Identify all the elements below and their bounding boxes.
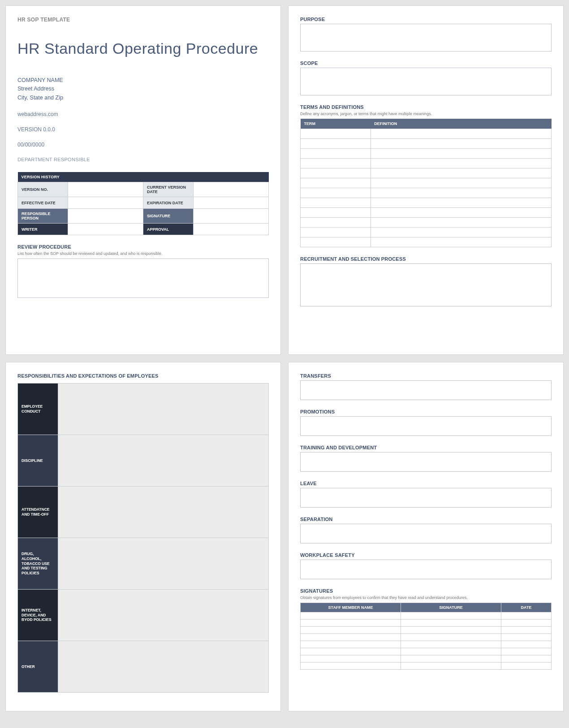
vh-value[interactable]: [194, 182, 269, 197]
vh-label: APPROVAL: [143, 224, 194, 235]
sig-signature-cell[interactable]: [401, 663, 501, 670]
term-cell[interactable]: [301, 208, 371, 218]
sig-signature-cell[interactable]: [401, 612, 501, 620]
table-row: [301, 218, 552, 228]
review-sub: List how often the SOP should be reviewe…: [17, 251, 269, 256]
page-2: PURPOSE SCOPE TERMS AND DEFINITIONS Defi…: [288, 5, 564, 355]
sig-name-cell[interactable]: [301, 612, 401, 620]
vh-label: EXPIRATION DATE: [143, 197, 194, 209]
sig-signature-cell[interactable]: [401, 620, 501, 627]
term-cell[interactable]: [301, 168, 371, 178]
table-row: [301, 634, 552, 641]
transfers-box[interactable]: [300, 380, 552, 400]
scope-box[interactable]: [300, 68, 552, 95]
signatures-title: SIGNATURES: [300, 588, 552, 594]
definition-cell[interactable]: [371, 208, 551, 218]
table-row: [301, 237, 552, 247]
vh-value[interactable]: [194, 224, 269, 235]
sig-date-cell[interactable]: [501, 641, 552, 648]
sig-name-cell[interactable]: [301, 663, 401, 670]
vh-value[interactable]: [194, 209, 269, 224]
sig-date-cell[interactable]: [501, 612, 552, 620]
safety-box[interactable]: [300, 560, 552, 579]
sig-signature-cell[interactable]: [401, 655, 501, 663]
page-1: HR SOP TEMPLATE HR Standard Operating Pr…: [5, 5, 281, 355]
sig-date-cell[interactable]: [501, 663, 552, 670]
document-title: HR Standard Operating Procedure: [17, 40, 269, 57]
page-3: RESPONSIBILITIES AND EXPECTATIONS OF EMP…: [5, 362, 281, 711]
recruitment-box[interactable]: [300, 263, 552, 306]
vh-value[interactable]: [68, 224, 143, 235]
responsibility-content[interactable]: [58, 590, 268, 641]
term-cell[interactable]: [301, 188, 371, 198]
sig-date-cell[interactable]: [501, 627, 552, 634]
table-row: [301, 648, 552, 655]
sig-col-signature: SIGNATURE: [401, 603, 501, 612]
definition-cell[interactable]: [371, 218, 551, 228]
table-row: [301, 663, 552, 670]
vh-value[interactable]: [194, 197, 269, 209]
terms-col-term: TERM: [301, 119, 371, 129]
sig-signature-cell[interactable]: [401, 648, 501, 655]
vh-value[interactable]: [68, 182, 143, 197]
definition-cell[interactable]: [371, 228, 551, 237]
definition-cell[interactable]: [371, 159, 551, 168]
sig-name-cell[interactable]: [301, 648, 401, 655]
sig-name-cell[interactable]: [301, 620, 401, 627]
web-address: webaddress.com: [17, 111, 269, 117]
terms-table: TERM DEFINITION: [300, 119, 552, 247]
terms-sub: Define any acronyms, jargon, or terms th…: [300, 112, 552, 116]
sig-name-cell[interactable]: [301, 641, 401, 648]
sig-name-cell[interactable]: [301, 634, 401, 641]
definition-cell[interactable]: [371, 237, 551, 247]
purpose-box[interactable]: [300, 24, 552, 52]
term-cell[interactable]: [301, 198, 371, 208]
definition-cell[interactable]: [371, 139, 551, 149]
table-row: [301, 149, 552, 159]
definition-cell[interactable]: [371, 129, 551, 139]
term-cell[interactable]: [301, 218, 371, 228]
separation-box[interactable]: [300, 524, 552, 543]
term-cell[interactable]: [301, 159, 371, 168]
sig-date-cell[interactable]: [501, 634, 552, 641]
definition-cell[interactable]: [371, 149, 551, 159]
term-cell[interactable]: [301, 129, 371, 139]
vh-label: EFFECTIVE DATE: [18, 197, 68, 209]
vh-value[interactable]: [68, 197, 143, 209]
sig-date-cell[interactable]: [501, 655, 552, 663]
signatures-table: STAFF MEMBER NAME SIGNATURE DATE: [300, 603, 552, 670]
definition-cell[interactable]: [371, 188, 551, 198]
term-cell[interactable]: [301, 178, 371, 188]
sig-signature-cell[interactable]: [401, 627, 501, 634]
promotions-box[interactable]: [300, 416, 552, 436]
vh-label: VERSION NO.: [18, 182, 68, 197]
definition-cell[interactable]: [371, 198, 551, 208]
purpose-title: PURPOSE: [300, 17, 552, 22]
review-box[interactable]: [17, 258, 269, 298]
sig-date-cell[interactable]: [501, 648, 552, 655]
sig-name-cell[interactable]: [301, 655, 401, 663]
table-row: [301, 612, 552, 620]
vh-value[interactable]: [68, 209, 143, 224]
responsibility-content[interactable]: [58, 487, 268, 538]
sig-date-cell[interactable]: [501, 620, 552, 627]
leave-box[interactable]: [300, 488, 552, 508]
sig-signature-cell[interactable]: [401, 634, 501, 641]
sig-name-cell[interactable]: [301, 627, 401, 634]
responsibility-content[interactable]: [58, 641, 268, 693]
definition-cell[interactable]: [371, 168, 551, 178]
definition-cell[interactable]: [371, 178, 551, 188]
term-cell[interactable]: [301, 228, 371, 237]
responsibility-content[interactable]: [58, 538, 268, 590]
vh-label: CURRENT VERSION DATE: [143, 182, 194, 197]
sig-signature-cell[interactable]: [401, 641, 501, 648]
term-cell[interactable]: [301, 237, 371, 247]
table-row: [301, 198, 552, 208]
responsibilities-table: EMPLOYEE CONDUCTDISCIPLINEATTENDATNCE AN…: [17, 383, 269, 693]
responsibility-content[interactable]: [58, 383, 268, 435]
training-box[interactable]: [300, 452, 552, 472]
term-cell[interactable]: [301, 139, 371, 149]
term-cell[interactable]: [301, 149, 371, 159]
version-history-table: VERSION HISTORY VERSION NO. CURRENT VERS…: [17, 172, 269, 235]
responsibility-content[interactable]: [58, 435, 268, 487]
